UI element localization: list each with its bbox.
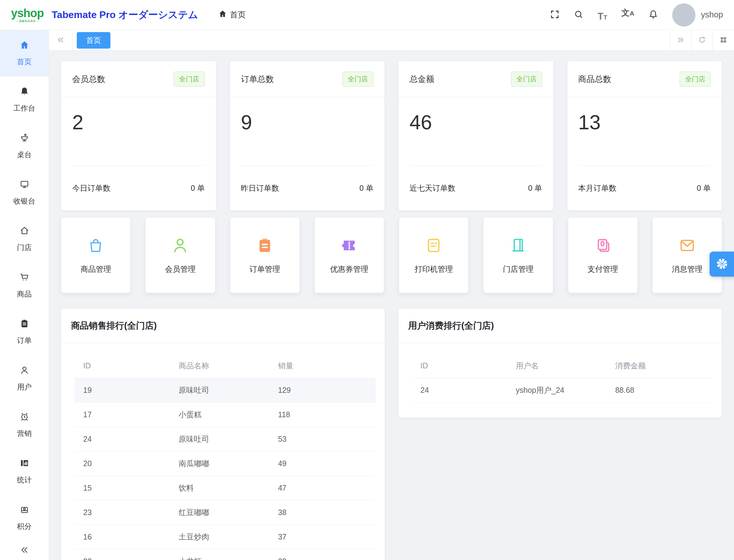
home-icon [20, 40, 29, 52]
sidebar-item-orders[interactable]: 订单 [0, 309, 49, 355]
column-header: ID [412, 361, 508, 370]
product-sales-table: ID 商品名称 销量 19 原味吐司 129 17 小蛋糕 118 [74, 354, 376, 560]
table-header-row: ID 用户名 消费金额 [412, 354, 713, 378]
stat-title: 订单总数 [241, 74, 274, 85]
user-icon [20, 365, 29, 377]
tabs-scroll-right-button[interactable] [670, 30, 691, 50]
store-scope-badge: 全门店 [680, 72, 711, 87]
breadcrumb-label: 首页 [230, 9, 246, 20]
stat-footer-label: 昨日订单数 [241, 183, 279, 193]
sidebar-item-store[interactable]: 门店 [0, 216, 49, 262]
stat-title: 会员总数 [72, 74, 105, 85]
stat-footer-label: 本月订单数 [578, 183, 617, 193]
sidebar-item-cashier[interactable]: 收银台 [0, 169, 49, 216]
table-row: 16 土豆炒肉 37 [74, 525, 376, 549]
quick-link-order-management[interactable]: 订单管理 [230, 218, 299, 293]
tab-home[interactable]: 首页 [77, 32, 110, 49]
chevron-double-left-icon [57, 36, 65, 45]
notification-button[interactable] [648, 9, 658, 21]
tab-label: 首页 [86, 35, 101, 45]
translate-button[interactable]: 文A [622, 9, 634, 21]
table-header-row: ID 商品名称 销量 [74, 354, 376, 378]
quick-link-label: 优惠券管理 [330, 264, 368, 274]
stat-value: 9 [230, 97, 385, 134]
sidebar-collapse-button[interactable] [0, 541, 49, 560]
stats-icon [20, 458, 29, 470]
settings-fab-button[interactable] [710, 252, 734, 277]
user-name: yshop [701, 10, 723, 20]
sidebar-item-home[interactable]: 首页 [0, 30, 49, 76]
product-sales-ranking-card: 商品销售排行(全门店) ID 商品名称 销量 19 原味吐司 129 [61, 309, 385, 560]
sidebar-item-label: 桌台 [17, 150, 32, 160]
sidebar-item-marketing[interactable]: 营销 [0, 402, 49, 448]
mail-icon [678, 237, 696, 256]
store-scope-badge: 全门店 [342, 72, 374, 87]
sidebar-item-label: 订单 [17, 336, 32, 345]
app-shell: 首页 工作台 桌台 收银台 门店 商品 订单 用户 [0, 30, 734, 560]
cart-icon [20, 272, 29, 284]
quick-link-product-management[interactable]: 商品管理 [61, 218, 130, 293]
sidebar-item-points[interactable]: 积分 [0, 495, 49, 541]
stat-value: 46 [399, 97, 553, 134]
quick-link-label: 打印机管理 [415, 264, 453, 274]
column-header: 用户名 [508, 361, 607, 371]
coupon-icon [340, 237, 358, 256]
sidebar-item-tables[interactable]: 桌台 [0, 123, 49, 169]
yshop-logo[interactable]: yshop — 意象电商系统 — [11, 7, 44, 23]
payment-icon [594, 237, 612, 256]
monitor-icon [20, 179, 29, 191]
logo-text: yshop [11, 7, 44, 19]
logo-tagline: — 意象电商系统 — [16, 20, 39, 23]
table-row: 23 红豆嘟嘟 38 [74, 500, 376, 525]
font-size-button[interactable]: TT [598, 9, 607, 21]
grid-icon [719, 36, 728, 45]
stat-card-members: 会员总数 全门店 2 今日订单数 0 单 [61, 61, 216, 210]
search-icon [574, 9, 584, 20]
chevron-double-left-icon [20, 545, 29, 556]
fullscreen-button[interactable] [550, 9, 560, 21]
table-title: 商品销售排行(全门店) [71, 320, 157, 332]
sidebar-item-users[interactable]: 用户 [0, 355, 49, 402]
stat-footer-value: 0 单 [528, 183, 542, 193]
sidebar-item-label: 积分 [17, 521, 32, 531]
quick-link-member-management[interactable]: 会员管理 [146, 218, 215, 293]
stat-title: 总金额 [410, 74, 434, 85]
quick-link-store-management[interactable]: 门店管理 [484, 218, 553, 293]
refresh-icon [698, 36, 706, 45]
table-row: 24 原味吐司 53 [74, 427, 376, 451]
printer-icon [425, 237, 443, 256]
fullscreen-icon [550, 9, 560, 20]
user-consumption-table: ID 用户名 消费金额 24 yshop用户_24 88.68 [412, 354, 713, 403]
ranking-tables: 商品销售排行(全门店) ID 商品名称 销量 19 原味吐司 129 [61, 309, 722, 560]
stat-footer-label: 今日订单数 [72, 183, 110, 193]
layout-grid-button[interactable] [713, 30, 734, 50]
avatar[interactable] [672, 3, 695, 27]
quick-link-label: 商品管理 [80, 264, 111, 274]
quick-link-label: 会员管理 [165, 264, 195, 274]
sidebar: 首页 工作台 桌台 收银台 门店 商品 订单 用户 [0, 30, 49, 560]
store-scope-badge: 全门店 [174, 72, 205, 87]
sidebar-item-workbench[interactable]: 工作台 [0, 76, 49, 123]
refresh-button[interactable] [691, 30, 713, 50]
workzone: 首页 会员总数 全门店 [49, 30, 734, 560]
sidebar-item-statistics[interactable]: 统计 [0, 448, 49, 495]
top-header: yshop — 意象电商系统 — Tabemate Pro オーダーシステム 首… [0, 0, 734, 30]
quick-link-coupon-management[interactable]: 优惠券管理 [315, 218, 384, 293]
gear-icon [715, 257, 731, 271]
search-button[interactable] [574, 9, 584, 21]
tabs-scroll-left-button[interactable] [49, 30, 72, 50]
sidebar-item-products[interactable]: 商品 [0, 262, 49, 309]
breadcrumb[interactable]: 首页 [218, 9, 246, 20]
quick-link-payment-management[interactable]: 支付管理 [568, 218, 637, 293]
table-row: 19 原味吐司 129 [74, 378, 376, 403]
stat-footer-label: 近七天订单数 [410, 183, 456, 193]
stat-card-products: 商品总数 全门店 13 本月订单数 0 单 [567, 61, 722, 210]
clipboard-icon [20, 319, 29, 330]
home-icon [218, 9, 227, 20]
stat-footer-value: 0 单 [359, 183, 374, 193]
quick-link-label: 支付管理 [588, 264, 618, 274]
quick-link-printer-management[interactable]: 打印机管理 [399, 218, 468, 293]
shopbook-icon [509, 237, 527, 256]
order-icon [256, 237, 274, 256]
user-menu[interactable]: yshop [672, 3, 723, 27]
